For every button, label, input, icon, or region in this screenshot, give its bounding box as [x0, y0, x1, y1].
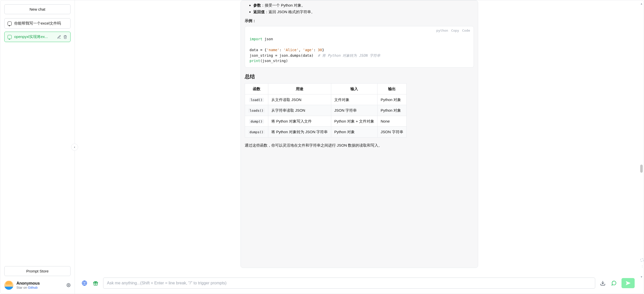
example-label: 示例： — [245, 17, 474, 24]
sidebar: New chat 你能帮我写一个excel文件吗 openpyxl实现将ex..… — [0, 0, 75, 294]
new-chat-button[interactable]: New chat — [4, 4, 71, 14]
chat-item-active[interactable]: openpyxl实现将ex... — [4, 32, 71, 42]
code-block: python Copy Code import json data = {'na… — [245, 26, 474, 68]
chat-item-title: openpyxl实现将ex... — [14, 34, 55, 39]
code-content: import json data = {'name': 'Alice', 'ag… — [245, 33, 474, 67]
prompt-store-button[interactable]: Prompt Store — [4, 266, 71, 276]
closing-text: 通过这些函数，你可以灵活地在文件和字符串之间进行 JSON 数据的读取和写入。 — [245, 142, 474, 149]
chat-item-title: 你能帮我写一个excel文件吗 — [14, 21, 67, 26]
download-icon[interactable] — [599, 280, 606, 287]
user-row: Anonymous Star on Github — [0, 277, 75, 294]
chat-bubble-icon — [8, 22, 12, 26]
more-icon[interactable]: ⋮ — [640, 264, 644, 268]
composer — [75, 274, 644, 294]
table-row: loads() 从字符串读取 JSON JSON 字符串 Python 对象 — [245, 105, 407, 116]
scrollbar-thumb[interactable] — [640, 165, 643, 173]
regenerate-icon[interactable] — [640, 258, 644, 262]
delete-icon[interactable] — [63, 35, 67, 39]
chat-list: 你能帮我写一个excel文件吗 openpyxl实现将ex... — [0, 16, 75, 263]
params-list: 参数：接受一个 Python 对象。 返回值：返回 JSON 格式的字符串。 — [245, 2, 474, 15]
th-use: 用途 — [268, 84, 331, 94]
assistant-message: 参数：接受一个 Python 对象。 返回值：返回 JSON 格式的字符串。 示… — [240, 0, 478, 268]
th-out: 输出 — [377, 84, 407, 94]
github-link[interactable]: Github — [28, 286, 38, 289]
message-actions: ⋮ — [640, 258, 644, 268]
table-row: load() 从文件读取 JSON 文件对象 Python 对象 — [245, 94, 407, 105]
summary-heading: 总结 — [245, 72, 474, 81]
chat-bubble-icon — [8, 35, 12, 39]
collapse-sidebar-button[interactable]: ‹ — [71, 144, 78, 151]
chat-item[interactable]: 你能帮我写一个excel文件吗 — [4, 18, 71, 29]
app-root: New chat 你能帮我写一个excel文件吗 openpyxl实现将ex..… — [0, 0, 644, 294]
table-row: dumps() 将 Python 对象转为 JSON 字符串 Python 对象… — [245, 127, 407, 138]
star-line: Star on Github — [16, 286, 63, 289]
settings-icon[interactable] — [66, 283, 71, 287]
user-name: Anonymous — [16, 281, 63, 286]
globe-icon[interactable] — [81, 280, 88, 287]
summary-table: 函数 用途 输入 输出 load() 从文件读取 JSON 文件对象 — [245, 83, 407, 138]
message-input[interactable] — [103, 278, 595, 289]
th-fn: 函数 — [245, 84, 268, 94]
main-area: 参数：接受一个 Python 对象。 返回值：返回 JSON 格式的字符串。 示… — [75, 0, 644, 294]
edit-icon[interactable] — [57, 35, 61, 39]
th-in: 输入 — [331, 84, 377, 94]
gift-icon[interactable] — [92, 280, 99, 287]
table-row: dump() 将 Python 对象写入文件 Python 对象 + 文件对象 … — [245, 116, 407, 127]
conversation-scroll[interactable]: 参数：接受一个 Python 对象。 返回值：返回 JSON 格式的字符串。 示… — [75, 0, 644, 274]
whatsapp-icon[interactable] — [610, 280, 617, 287]
copy-button[interactable]: Copy — [451, 28, 459, 33]
avatar — [4, 281, 13, 290]
code-label[interactable]: Code — [462, 28, 470, 33]
send-button[interactable] — [621, 278, 635, 288]
svg-point-0 — [68, 285, 69, 286]
code-lang-label: python — [436, 28, 448, 33]
